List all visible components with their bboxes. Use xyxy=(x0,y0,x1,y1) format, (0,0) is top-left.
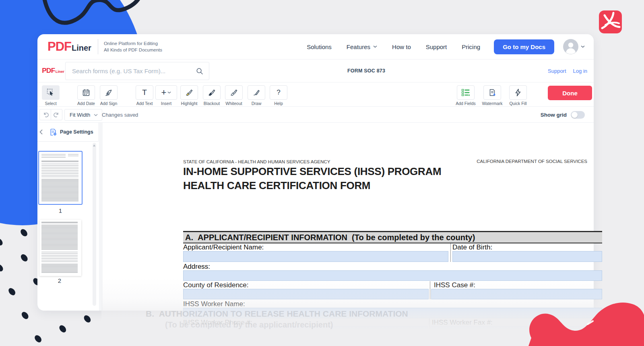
login-link[interactable]: Log in xyxy=(573,68,587,74)
thumbnail-art xyxy=(41,179,78,202)
avatar[interactable] xyxy=(563,39,578,54)
blackout-brush-icon xyxy=(208,89,216,97)
account-menu[interactable] xyxy=(563,39,585,54)
search-forms-box[interactable] xyxy=(65,62,209,80)
document-subheader: PDF Liner FORM SOC 873 Support Log in xyxy=(37,60,594,82)
nav-solutions[interactable]: Solutions xyxy=(307,43,332,50)
plus-icon: + xyxy=(161,89,167,96)
logo-small-liner: Liner xyxy=(56,70,64,74)
nav-solutions-label: Solutions xyxy=(307,43,332,50)
field-label-worker-fax: IHSS Worker Fax #: xyxy=(432,319,493,327)
pdfliner-logo[interactable]: PDF Liner xyxy=(47,39,91,54)
tool-select-label: Select xyxy=(38,101,64,106)
field-label-county: County of Residence: xyxy=(183,281,249,289)
done-button[interactable]: Done xyxy=(548,86,592,100)
redo-button[interactable] xyxy=(51,109,62,120)
tool-add-sign[interactable]: Add Sign xyxy=(96,85,122,106)
search-input[interactable] xyxy=(72,68,196,74)
nav-support-label: Support xyxy=(426,43,447,50)
input-worker-phone[interactable] xyxy=(183,326,428,337)
tool-add-date-label: Add Date xyxy=(73,101,99,106)
toggle-knob xyxy=(572,112,578,118)
header-divider xyxy=(98,39,98,54)
tool-highlight[interactable]: Highlight xyxy=(176,85,202,106)
nav-pricing-label: Pricing xyxy=(462,43,480,50)
quill-pen-icon xyxy=(105,89,113,97)
undo-icon xyxy=(42,111,49,118)
collapse-sidebar-icon[interactable] xyxy=(39,129,43,135)
show-grid-label: Show grid xyxy=(541,112,567,118)
support-link[interactable]: Support xyxy=(548,68,566,74)
nav-support[interactable]: Support xyxy=(426,43,447,50)
logo-pdf-text: PDF xyxy=(47,39,71,54)
field-label-address: Address: xyxy=(183,263,210,271)
tool-add-sign-label: Add Sign xyxy=(96,101,122,106)
nav-how-to[interactable]: How to xyxy=(392,43,411,50)
show-grid-toggle[interactable] xyxy=(571,111,585,119)
red-blob-decoration xyxy=(521,277,644,346)
thumbnail-scrollbar[interactable] xyxy=(93,143,96,306)
tool-highlight-label: Highlight xyxy=(176,101,202,106)
input-county[interactable] xyxy=(183,289,429,299)
tool-whiteout[interactable]: Whiteout xyxy=(221,85,247,106)
nav-features[interactable]: Features xyxy=(347,43,377,50)
chevron-down-icon xyxy=(581,45,585,48)
zoom-mode-dropdown[interactable]: Fit Width xyxy=(64,109,102,121)
tool-watermark[interactable]: Watermark xyxy=(479,85,505,106)
watermark-icon xyxy=(488,89,496,97)
nav-howto-label: How to xyxy=(392,43,411,50)
page-number-1: 1 xyxy=(38,207,83,214)
sidebar-divider xyxy=(99,123,103,311)
go-to-my-docs-button[interactable]: Go to my Docs xyxy=(494,39,554,54)
tool-add-date[interactable]: Add Date xyxy=(73,85,99,106)
pdfliner-logo-small[interactable]: PDF Liner xyxy=(41,67,65,75)
nav-features-label: Features xyxy=(347,43,370,50)
field-divider xyxy=(450,243,451,262)
pdfliner-app-screenshot: PDF Liner Online Platform for Editing Al… xyxy=(0,0,644,346)
page-settings-button[interactable]: Page Settings xyxy=(50,123,93,141)
highlight-brush-icon xyxy=(185,89,193,97)
page-settings-label: Page Settings xyxy=(60,129,93,135)
field-divider xyxy=(430,281,430,299)
thumbnail-art xyxy=(41,161,78,162)
tool-help[interactable]: ? Help xyxy=(266,85,291,106)
logo-liner-text: Liner xyxy=(72,43,91,53)
field-label-applicant-name: Applicant/Recipient Name: xyxy=(183,243,264,251)
tagline-line1: Online Platform for Editing xyxy=(104,40,162,47)
field-label-date-of-birth: Date of Birth: xyxy=(452,243,492,251)
thumbnail-art xyxy=(41,225,78,250)
form-title: FORM SOC 873 xyxy=(347,60,385,82)
zoom-mode-value: Fit Width xyxy=(70,112,90,118)
logo-small-pdf: PDF xyxy=(42,67,55,75)
doc-agency-line: STATE OF CALIFORNIA - HEALTH AND HUMAN S… xyxy=(183,159,330,164)
save-status: Changes saved xyxy=(102,107,138,123)
editor-toolbar: Select Add Date Add Sign xyxy=(37,82,594,107)
field-label-ihss-case: IHSS Case #: xyxy=(434,281,475,289)
nav-pricing[interactable]: Pricing xyxy=(462,43,480,50)
thumbnail-art xyxy=(41,252,78,262)
sidebar-header: Page Settings xyxy=(37,123,99,142)
select-cursor-icon xyxy=(47,89,55,97)
page-settings-icon xyxy=(50,128,57,136)
scroll-up-arrow[interactable] xyxy=(93,144,95,146)
adobe-pdf-icon xyxy=(599,10,622,33)
undo-button[interactable] xyxy=(39,109,51,120)
tool-whiteout-label: Whiteout xyxy=(221,101,247,106)
tagline-line2: All Kinds of PDF Documents xyxy=(104,47,162,53)
tool-insert[interactable]: + Insert xyxy=(153,85,179,106)
input-date-of-birth[interactable] xyxy=(452,251,602,262)
search-icon[interactable] xyxy=(196,68,203,75)
tool-select[interactable]: Select xyxy=(38,85,64,106)
thumbnail-art xyxy=(41,222,78,223)
page-thumbnail-1[interactable] xyxy=(38,151,83,205)
page-thumbnail-2[interactable] xyxy=(39,220,81,276)
pdf-page: STATE OF CALIFORNIA - HEALTH AND HUMAN S… xyxy=(103,123,594,311)
tool-watermark-label: Watermark xyxy=(479,101,505,106)
page-number-2: 2 xyxy=(37,277,82,284)
tool-quick-fill[interactable]: Quick Fill xyxy=(505,85,531,106)
input-applicant-name[interactable] xyxy=(183,251,448,262)
tool-add-fields[interactable]: Add Fields xyxy=(453,85,479,106)
section-a-heading: A. APPLICANT/RECIPIENT INFORMATION (To b… xyxy=(183,231,602,243)
tool-help-label: Help xyxy=(266,101,291,106)
tool-add-fields-label: Add Fields xyxy=(453,101,479,106)
